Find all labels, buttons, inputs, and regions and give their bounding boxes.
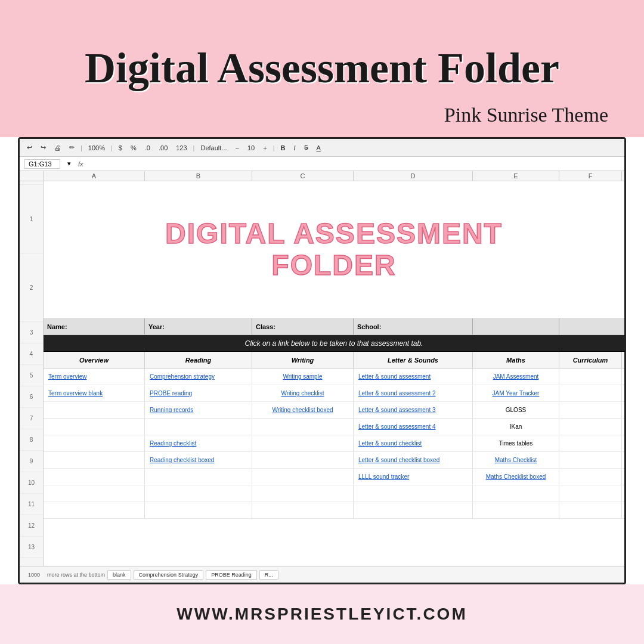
term-overview-link[interactable]: Term overview — [48, 373, 86, 380]
term-overview-blank-link[interactable]: Term overview blank — [48, 390, 103, 397]
r13-letters — [354, 485, 473, 501]
r14-reading — [145, 502, 252, 518]
letter-sound-checklist-boxed-link[interactable]: Letter & sound checklist boxed — [358, 457, 439, 463]
row-num-11: 11 — [20, 494, 43, 515]
table-row: Reading checklist boxed Letter & sound c… — [44, 452, 624, 469]
letter-sound-3-link[interactable]: Letter & sound assessment 3 — [358, 407, 436, 413]
tab-blank[interactable]: blank — [107, 570, 131, 580]
r12-letters: LLLL sound tracker — [354, 469, 473, 485]
running-records-link[interactable]: Running records — [150, 407, 193, 413]
reading-checklist-link[interactable]: Reading checklist — [150, 440, 196, 447]
r12-maths: Maths Checklist boxed — [473, 469, 559, 485]
table-row — [44, 485, 624, 502]
row-numbers: 1 2 3 4 5 6 7 8 9 10 11 12 13 14 — [20, 181, 44, 575]
font-increase[interactable]: + — [261, 144, 269, 152]
r6-maths: JAM Assessment — [473, 369, 559, 385]
zoom-level[interactable]: 100% — [86, 144, 107, 152]
redo-icon[interactable]: ↪ — [38, 143, 48, 152]
rows-count: 1000 — [28, 572, 40, 578]
table-row: Term overview blank PROBE reading Writin… — [44, 385, 624, 402]
info-empty1 — [473, 318, 559, 335]
reading-checklist-boxed-link[interactable]: Reading checklist boxed — [150, 457, 214, 463]
letter-sound-2-link[interactable]: Letter & sound assessment 2 — [358, 390, 436, 397]
r7-reading: PROBE reading — [145, 385, 252, 401]
letter-sound-4-link[interactable]: Letter & sound assessment 4 — [358, 423, 436, 430]
r10-overview — [44, 435, 145, 451]
r14-letters — [354, 502, 473, 518]
writing-sample-link[interactable]: Writing sample — [283, 373, 323, 380]
comprehension-strategy-link[interactable]: Comprehension strategy — [150, 373, 215, 380]
r12-reading — [145, 469, 252, 485]
link-banner: Click on a link below to be taken to tha… — [44, 335, 624, 352]
r8-maths: GLOSS — [473, 402, 559, 418]
print-icon[interactable]: 🖨 — [52, 144, 63, 152]
r7-maths: JAM Year Tracker — [473, 385, 559, 401]
percent-btn[interactable]: % — [128, 144, 139, 152]
font-size[interactable]: 10 — [245, 144, 257, 152]
info-row: Name: Year: Class: School: — [44, 318, 624, 335]
toolbar: ↩ ↪ 🖨 ✏ | 100% | $ % .0 .00 123 | Defaul… — [20, 139, 624, 157]
currency-btn[interactable]: $ — [116, 144, 125, 152]
r14-overview — [44, 502, 145, 518]
r6-overview: Term overview — [44, 369, 145, 385]
writing-checklist-boxed-link[interactable]: Writing checklist boxed — [272, 407, 333, 413]
year-label: Year: — [145, 318, 252, 335]
tab-comprehension[interactable]: Comprehension Strategy — [134, 570, 204, 580]
number-btn[interactable]: 123 — [174, 144, 189, 152]
col-a: A — [44, 171, 145, 181]
r8-overview — [44, 402, 145, 418]
row-num-7: 7 — [20, 408, 43, 429]
decimal-btn2[interactable]: .00 — [156, 144, 170, 152]
row-num-1: 1 — [20, 185, 43, 253]
bold-btn[interactable]: B — [278, 144, 287, 152]
r13-curriculum — [559, 485, 622, 501]
writing-checklist-link[interactable]: Writing checklist — [281, 390, 324, 397]
col-c: C — [252, 171, 354, 181]
column-headers: A B C D E F — [20, 171, 624, 181]
r6-curriculum — [559, 369, 622, 385]
gloss-text: GLOSS — [506, 407, 526, 413]
cell-reference[interactable]: G1:G13 — [24, 159, 60, 169]
maths-checklist-link[interactable]: Maths Checklist — [495, 457, 537, 463]
sheet-content: 1 2 3 4 5 6 7 8 9 10 11 12 13 14 DIGITAL… — [20, 181, 624, 575]
tab-r[interactable]: R... — [259, 570, 278, 580]
maths-checklist-boxed-link[interactable]: Maths Checklist boxed — [486, 473, 546, 480]
strike-btn[interactable]: S̶ — [302, 143, 311, 152]
table-row: Reading checklist Letter & sound checkli… — [44, 435, 624, 452]
r7-overview: Term overview blank — [44, 385, 145, 401]
times-tables-text: Times tables — [499, 440, 532, 447]
row-num-2: 2 — [20, 253, 43, 322]
jam-assessment-link[interactable]: JAM Assessment — [493, 373, 539, 380]
font-dropdown[interactable]: Default... — [198, 144, 229, 152]
r11-reading: Reading checklist boxed — [145, 452, 252, 468]
italic-btn[interactable]: I — [291, 144, 298, 152]
probe-reading-link[interactable]: PROBE reading — [150, 390, 192, 397]
r14-writing — [252, 502, 354, 518]
row-num-12: 12 — [20, 515, 43, 537]
row-num-13: 13 — [20, 537, 43, 558]
class-label: Class: — [252, 318, 354, 335]
row-num-10: 10 — [20, 472, 43, 494]
font-decrease[interactable]: − — [233, 144, 242, 152]
tab-probe[interactable]: PROBE Reading — [206, 570, 257, 580]
r12-writing — [252, 469, 354, 485]
r7-curriculum — [559, 385, 622, 401]
r6-reading: Comprehension strategy — [145, 369, 252, 385]
header-overview: Overview — [44, 352, 145, 368]
r7-letters: Letter & sound assessment 2 — [354, 385, 473, 401]
decimal-btn[interactable]: .0 — [143, 144, 153, 152]
r9-writing — [252, 419, 354, 435]
undo-icon[interactable]: ↩ — [24, 143, 35, 152]
letter-sound-checklist-link[interactable]: Letter & sound checklist — [358, 440, 422, 447]
underline-btn[interactable]: A — [314, 144, 323, 152]
jam-year-tracker-link[interactable]: JAM Year Tracker — [493, 390, 540, 397]
formula-expand[interactable]: ▾ — [65, 159, 73, 168]
paint-icon[interactable]: ✏ — [67, 143, 77, 152]
llll-sound-tracker-link[interactable]: LLLL sound tracker — [358, 473, 409, 480]
table-row: Letter & sound assessment 4 IKan — [44, 419, 624, 435]
row-num-5: 5 — [20, 365, 43, 386]
sheet-main-title: DIGITAL ASSESSMENT FOLDER — [165, 218, 503, 281]
letter-sound-1-link[interactable]: Letter & sound assessment — [358, 373, 431, 380]
r9-overview — [44, 419, 145, 435]
formula-bar: G1:G13 ▾ fx — [20, 157, 624, 171]
